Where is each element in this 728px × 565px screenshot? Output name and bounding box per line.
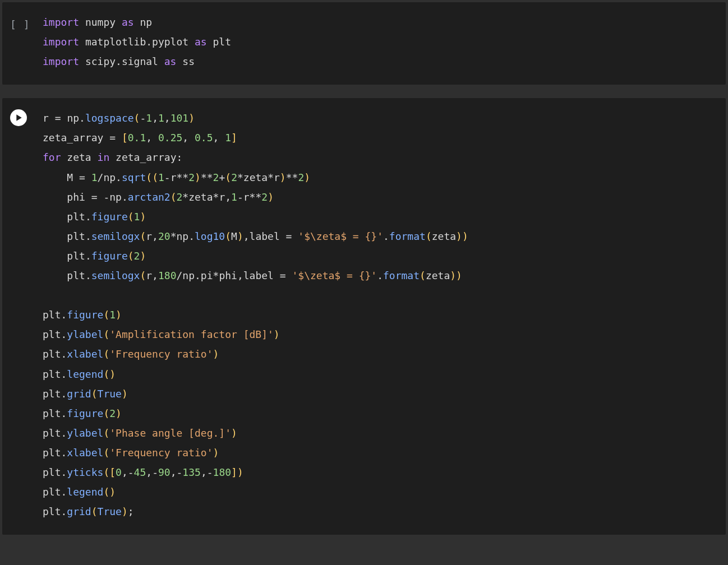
execution-count-bracket: [ ] xyxy=(10,18,30,30)
run-button[interactable] xyxy=(10,109,27,126)
code-editor[interactable]: import numpy as np import matplotlib.pyp… xyxy=(43,12,715,71)
code-editor[interactable]: r = np.logspace(-1,1,101) zeta_array = [… xyxy=(43,108,715,521)
code-cell-1[interactable]: [ ] import numpy as np import matplotlib… xyxy=(2,2,726,85)
cell-separator xyxy=(0,85,728,98)
cell-gutter[interactable]: [ ] xyxy=(10,12,43,34)
cell-gutter[interactable] xyxy=(10,108,43,126)
code-cell-2[interactable]: r = np.logspace(-1,1,101) zeta_array = [… xyxy=(2,98,726,535)
play-icon xyxy=(15,114,23,122)
